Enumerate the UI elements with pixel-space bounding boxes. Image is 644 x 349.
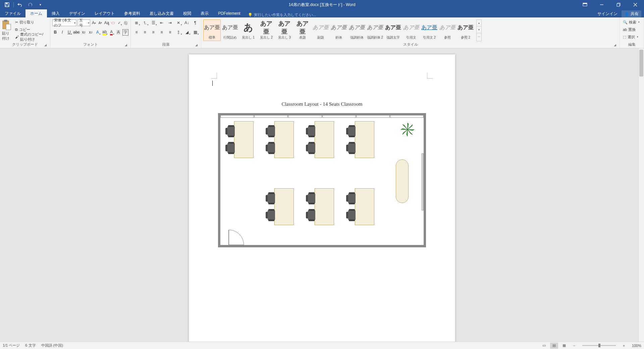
justify-button[interactable]: ≡ [158, 29, 165, 36]
read-mode-button[interactable]: ▭ [540, 343, 548, 349]
maximize-button[interactable] [611, 0, 626, 9]
style-表題[interactable]: あア亜表題 [294, 19, 311, 41]
align-right-button[interactable]: ≡ [150, 29, 157, 36]
tell-me-search[interactable]: 💡 実行したい作業を入力してください... [248, 12, 316, 17]
tab-pdfelement[interactable]: PDFelement [213, 9, 245, 17]
style-斜体[interactable]: あア亜斜体 [330, 19, 347, 41]
tab-layout[interactable]: レイアウト [90, 9, 119, 17]
styles-launcher[interactable]: ◢ [613, 43, 617, 47]
style-強調斜体 2[interactable]: あア亜強調斜体 2 [366, 19, 384, 41]
italic-button[interactable]: I [59, 29, 65, 36]
vertical-scrollbar[interactable] [638, 48, 644, 342]
tab-insert[interactable]: 挿入 [47, 9, 64, 17]
qat-customize[interactable]: ▾ [36, 1, 45, 9]
font-color-button[interactable]: A [109, 29, 115, 36]
tab-design[interactable]: デザイン [64, 9, 90, 17]
shrink-font-button[interactable]: A▾ [98, 19, 103, 27]
subscript-button[interactable]: x2 [81, 29, 87, 36]
font-name-combo[interactable]: 宋体 (本文のフ [52, 19, 76, 26]
style-見出し 1[interactable]: あ見出し 1 [239, 19, 257, 41]
style-行間詰め[interactable]: あア亜行間詰め [221, 19, 239, 41]
decrease-indent-button[interactable]: ⇤ [158, 19, 165, 27]
close-button[interactable] [628, 0, 643, 9]
phonetic-guide-button[interactable]: ✓ [117, 19, 122, 27]
style-引用文 2[interactable]: あア亜引用文 2 [421, 19, 438, 41]
numbering-button[interactable]: ⒈ [141, 19, 149, 27]
gallery-more[interactable]: ⋯ [477, 33, 481, 40]
zoom-out-button[interactable]: − [570, 343, 578, 349]
style-副題[interactable]: あア亜副題 [312, 19, 329, 41]
style-参照 2[interactable]: あア亜参照 2 [457, 19, 474, 41]
style-gallery[interactable]: あア亜標準あア亜行間詰めあ見出し 1あア亜見出し 2あア亜見出し 3あア亜表題あ… [203, 19, 474, 41]
char-shading-button[interactable]: A [115, 29, 121, 36]
style-強調斜体[interactable]: あア亜強調斜体 [348, 19, 366, 41]
bucket-icon: ◢ [185, 30, 189, 35]
document-area: Classroom Layout - 14 Seats Classroom [0, 48, 644, 342]
multilevel-button[interactable]: ☰ [150, 19, 157, 27]
style-引用文[interactable]: あア亜引用文 [402, 19, 420, 41]
page-status[interactable]: 1/1 ページ [3, 343, 20, 348]
ribbon-options-button[interactable] [578, 0, 592, 9]
align-center-button[interactable]: ≡ [141, 29, 149, 36]
text-effects-button[interactable]: A [95, 29, 101, 36]
gallery-up[interactable]: ▴ [477, 20, 481, 27]
borders-button[interactable]: ▦ [192, 29, 199, 36]
strikethrough-button[interactable]: abc [73, 29, 79, 36]
tab-references[interactable]: 参考資料 [119, 9, 145, 17]
save-button[interactable] [3, 1, 11, 9]
print-layout-button[interactable]: ▤ [550, 343, 558, 349]
showmarks-button[interactable]: ¶ [192, 19, 199, 27]
distribute-button[interactable]: ≡ [166, 29, 174, 36]
style-標準[interactable]: あア亜標準 [203, 19, 221, 41]
zoom-in-button[interactable]: + [620, 343, 628, 349]
select-button[interactable]: ⬚選択▾ [622, 34, 641, 40]
replace-button[interactable]: ab置換 [622, 26, 641, 33]
paste-button[interactable]: 貼り付け [2, 19, 13, 41]
clipboard-launcher[interactable]: ◢ [43, 43, 47, 47]
enclose-char-button[interactable]: ㊓ [123, 19, 128, 27]
bullets-button[interactable]: ≣ [133, 19, 140, 27]
shading-button[interactable]: ◢ [183, 29, 191, 36]
signin-link[interactable]: サインイン [597, 11, 618, 17]
tab-file[interactable]: ファイル [0, 9, 25, 17]
superscript-button[interactable]: x2 [88, 29, 94, 36]
language-status[interactable]: 中国語 (中国) [41, 343, 63, 348]
tab-view[interactable]: 表示 [196, 9, 213, 17]
style-見出し 3[interactable]: あア亜見出し 3 [276, 19, 293, 41]
web-layout-button[interactable]: ▦ [560, 343, 568, 349]
gallery-down[interactable]: ▾ [477, 27, 481, 33]
format-painter-button[interactable]: 🖌書式のコピー/貼り付け [14, 34, 48, 40]
style-強調太字[interactable]: あア亜強調太字 [384, 19, 402, 41]
highlight-button[interactable]: ab [102, 29, 108, 36]
tab-mailings[interactable]: 差し込み文書 [145, 9, 178, 17]
scroll-thumb[interactable] [639, 50, 643, 77]
sort-button[interactable]: A↓ [183, 19, 191, 27]
zoom-level[interactable]: 100% [632, 344, 641, 348]
underline-button[interactable]: U [66, 29, 72, 36]
cut-button[interactable]: ✂切り取り [14, 19, 48, 26]
char-border-button[interactable]: 字 [122, 29, 128, 36]
grow-font-button[interactable]: A▴ [91, 19, 97, 27]
tab-review[interactable]: 校閲 [178, 9, 196, 17]
clear-format-button[interactable]: ⬭ [110, 19, 116, 27]
bold-button[interactable]: B [52, 29, 58, 36]
page[interactable]: Classroom Layout - 14 Seats Classroom [189, 54, 455, 342]
paragraph-launcher[interactable]: ◢ [194, 43, 198, 47]
undo-button[interactable] [16, 1, 24, 9]
asian-layout-button[interactable]: ✕ [175, 19, 182, 27]
change-case-button[interactable]: Aa [104, 19, 109, 27]
font-size-combo[interactable]: 五号 [77, 19, 90, 26]
line-spacing-button[interactable]: ‡ [175, 29, 182, 36]
redo-button[interactable] [26, 1, 35, 9]
align-left-button[interactable]: ≡ [133, 29, 140, 36]
style-参照[interactable]: あア亜参照 [439, 19, 456, 41]
find-button[interactable]: 🔍検索▾ [622, 19, 641, 26]
minimize-button[interactable] [594, 0, 609, 9]
tab-home[interactable]: ホーム [25, 9, 47, 17]
style-見出し 2[interactable]: あア亜見出し 2 [258, 19, 275, 41]
zoom-slider[interactable] [582, 345, 616, 346]
word-count[interactable]: 6 文字 [25, 343, 36, 348]
share-button[interactable]: 👤共有 [622, 10, 641, 17]
font-launcher[interactable]: ◢ [124, 43, 128, 47]
increase-indent-button[interactable]: ⇥ [166, 19, 174, 27]
